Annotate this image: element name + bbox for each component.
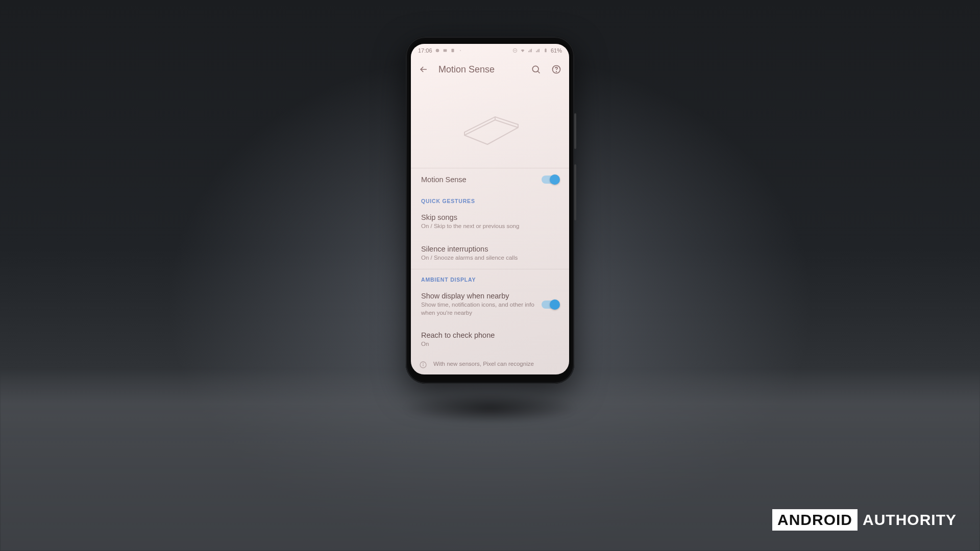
phone-device: 17:06 61% Motion Sense [406,37,574,384]
phone-volume-button [574,164,576,220]
phone-screen: 17:06 61% Motion Sense [411,44,569,374]
show-display-title: Show display when nearby [421,292,534,300]
svg-line-9 [538,71,540,73]
phone-shadow [403,393,577,423]
hero-illustration [411,82,569,168]
status-time: 17:06 [418,47,432,54]
help-icon [551,64,561,74]
watermark-plain: AUTHORITY [863,511,957,529]
watermark-boxed: ANDROID [772,509,857,531]
silence-interruptions-row[interactable]: Silence interruptions On / Snooze alarms… [411,238,569,270]
battery-icon [543,48,548,53]
back-arrow-icon [419,64,429,74]
footer-info-text: With new sensors, Pixel can recognize [433,361,534,369]
svg-point-0 [435,49,439,53]
skip-songs-title: Skip songs [421,213,559,221]
phone-outline-icon [449,99,531,151]
status-notif-icon [443,48,448,53]
help-button[interactable] [551,64,562,75]
show-display-toggle[interactable] [542,300,559,309]
reach-title: Reach to check phone [421,331,559,339]
status-notif-icon [450,48,455,53]
section-ambient-display: AMBIENT DISPLAY [411,269,569,285]
footer-info-row: With new sensors, Pixel can recognize [411,356,569,369]
status-notif-icon [435,48,440,53]
svg-rect-1 [443,49,447,52]
motion-sense-label: Motion Sense [421,176,534,184]
svg-rect-6 [545,49,546,53]
signal-icon [528,48,533,53]
status-bar: 17:06 61% [411,44,569,57]
silence-subtitle: On / Snooze alarms and silence calls [421,254,559,262]
svg-point-11 [556,71,557,72]
status-battery-pct: 61% [551,47,562,54]
svg-point-3 [460,50,461,51]
app-bar: Motion Sense [411,57,569,82]
show-display-nearby-row[interactable]: Show display when nearby Show time, noti… [411,285,569,324]
skip-songs-subtitle: On / Skip to the next or previous song [421,222,559,231]
status-notif-icon [458,48,463,53]
show-display-subtitle: Show time, notification icons, and other… [421,301,534,317]
wifi-icon [520,48,525,53]
signal-icon [535,48,541,53]
svg-rect-7 [545,48,546,49]
reach-subtitle: On [421,340,559,348]
search-icon [531,64,541,74]
svg-point-8 [532,66,538,72]
watermark: ANDROID AUTHORITY [772,509,957,531]
reach-to-check-row[interactable]: Reach to check phone On [411,324,569,356]
svg-rect-2 [451,49,454,53]
section-quick-gestures: QUICK GESTURES [411,191,569,206]
motion-sense-toggle[interactable] [542,176,559,184]
search-button[interactable] [530,64,542,75]
page-title: Motion Sense [438,64,521,75]
back-button[interactable] [418,64,429,75]
silence-title: Silence interruptions [421,245,559,253]
dnd-icon [512,48,518,53]
info-icon [419,361,427,369]
svg-point-14 [423,363,424,364]
skip-songs-row[interactable]: Skip songs On / Skip to the next or prev… [411,206,569,238]
motion-sense-toggle-row[interactable]: Motion Sense [411,168,569,191]
phone-power-button [574,113,576,149]
